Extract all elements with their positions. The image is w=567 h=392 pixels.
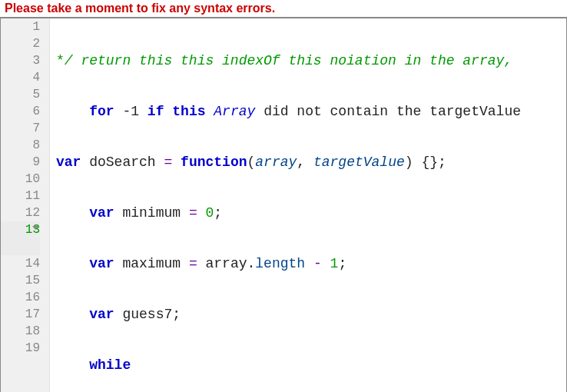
line-number: 5 [1, 86, 40, 103]
line-number: 8 [1, 137, 40, 154]
line-number-warning[interactable]: 13 [1, 221, 40, 255]
line-number: 14 [1, 255, 40, 272]
line-number: 11 [1, 188, 40, 204]
line-number: 4 [1, 69, 40, 86]
code-line[interactable]: var minimum = 0; [56, 204, 566, 221]
line-number: 10 [1, 171, 40, 188]
line-number: 18 [1, 323, 40, 340]
line-number: 2 [1, 35, 40, 52]
line-number: 15 [1, 272, 40, 289]
code-line[interactable]: var maximum = array.length - 1; [56, 255, 566, 272]
syntax-error-banner: Please take a moment to fix any syntax e… [0, 0, 567, 18]
line-number: 6 [1, 103, 40, 120]
line-number: 1 [1, 18, 40, 35]
code-area[interactable]: */ return this this indexOf this noiatio… [50, 18, 566, 392]
line-number: 16 [1, 289, 40, 306]
line-number: 9 [1, 154, 40, 171]
code-line[interactable]: for -1 if this Array did not contain the… [56, 103, 566, 120]
code-editor[interactable]: 1 2 3 4 5 6 7 8 9 10 11 12 13 14 15 16 1… [0, 18, 567, 392]
line-number: 3 [1, 52, 40, 69]
line-number: 7 [1, 120, 40, 137]
line-number-gutter: 1 2 3 4 5 6 7 8 9 10 11 12 13 14 15 16 1… [1, 18, 50, 392]
code-line[interactable]: */ return this this indexOf this noiatio… [56, 52, 566, 69]
code-line[interactable]: while [56, 357, 566, 374]
line-number: 19 [1, 340, 40, 357]
line-number: 17 [1, 306, 40, 323]
code-line[interactable]: var guess7; [56, 306, 566, 323]
line-number: 12 [1, 204, 40, 221]
code-line[interactable]: var doSearch = function(array, targetVal… [56, 154, 566, 171]
